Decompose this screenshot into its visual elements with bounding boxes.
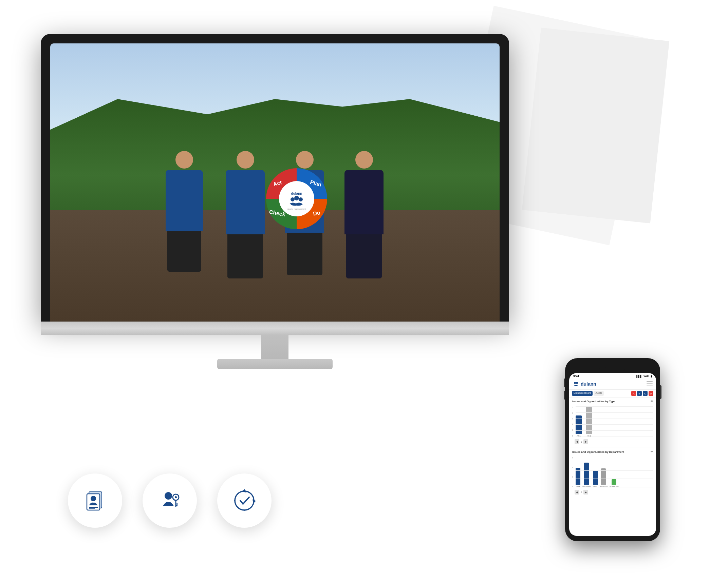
tab-icon-blue2[interactable]: C [643,391,648,396]
iphone-body: 9:41 ▌▌▌ WiFi ▮ [565,358,660,541]
phone-brand-name: dulann [581,381,596,387]
phone-hamburger-menu[interactable] [647,382,653,386]
iphone-device: 9:41 ▌▌▌ WiFi ▮ [565,358,660,541]
icon-circle-records [68,473,122,528]
imac-display: dulann quality management Act Plan Do Ch… [50,43,500,322]
imac-bezel: dulann quality management Act Plan Do Ch… [41,34,509,322]
person-1-torso [166,170,203,231]
dulann-logo-icon [573,381,579,387]
svg-text:quality management: quality management [287,208,306,210]
chart1-bars: 6 5 4 3 2 1 [572,404,653,438]
bar-nc2-rect [586,407,592,434]
chart2-y-axis: 4 3 2 1 [572,457,574,487]
tab-icon-red[interactable]: A [631,391,636,396]
phone-time: 9:41 [573,374,579,378]
feature-icon-circles [68,473,272,528]
person-2-legs [227,234,263,278]
tab-icon-red2[interactable]: D [649,391,653,396]
svg-point-3 [294,196,299,200]
svg-point-7 [576,382,578,384]
person-1 [164,151,205,280]
chart2-pagination: ◀ 1 ▶ [572,489,653,496]
phone-tab-action-icons: A B C D [631,391,653,396]
document-person-icon [81,487,109,514]
imac-monitor: dulann quality management Act Plan Do Ch… [41,34,509,369]
phone-nav-tabs: Main Dashboard Audits A B C D [569,390,656,397]
phone-app-header: dulann [569,379,656,390]
person-1-legs [167,231,201,272]
person-4 [342,151,386,280]
pdca-wheel: dulann quality management Act Plan Do Ch… [263,165,331,233]
iphone-screen: 9:41 ▌▌▌ WiFi ▮ [569,373,656,536]
main-scene: dulann quality management Act Plan Do Ch… [0,0,728,582]
chart1-y-axis: 6 5 4 3 2 1 [572,406,574,437]
bar-nc1: NC1 [576,415,582,437]
person-4-torso [344,170,384,234]
person-2-head [237,151,254,169]
signal-icon: ▌▌▌ [636,375,642,378]
icon-circle-sync [217,473,272,528]
imac-neck [261,335,288,359]
svg-point-6 [574,382,576,384]
person-1-head [175,151,193,169]
chart2-bars: 4 3 2 1 [572,455,653,489]
sync-check-icon [231,487,258,514]
person-4-legs [346,234,382,278]
phone-logo: dulann [573,381,596,387]
person-4-head [355,151,373,169]
imac-chin [41,322,509,335]
dept-bar-marketing: Marketing [582,463,591,487]
dept-bar-production: Production [610,479,618,487]
chart-issues-by-type: Issues and Opportunities by Type ✏ 6 5 4… [569,397,656,447]
tab-main-dashboard[interactable]: Main Dashboard [572,391,593,396]
person-2-torso [226,170,265,234]
icon-circle-access [143,473,197,528]
svg-text:dulann: dulann [291,192,302,195]
battery-icon: ▮ [651,375,652,378]
dept-bar-assembly: Assembly [600,468,608,487]
svg-point-4 [299,197,303,201]
bar-nc1-rect [576,415,582,434]
chart2-edit-btn[interactable]: ✏ [651,450,653,453]
dept-bar-sales: Sales [593,470,598,487]
tab-icon-blue[interactable]: B [637,391,642,396]
chart2-prev-btn[interactable]: ◀ [575,490,579,494]
svg-point-10 [91,496,96,501]
chart2-title: Issues and Opportunities by Department ✏ [572,450,653,453]
imac-base [217,359,333,369]
chart1-edit-btn[interactable]: ✏ [651,400,653,403]
svg-point-18 [175,496,177,498]
iphone-vol-down [564,391,565,400]
bar-nc2: NC 2 [586,407,592,437]
chart1-title: Issues and Opportunities by Type ✏ [572,400,653,403]
phone-status-bar: 9:41 ▌▌▌ WiFi ▮ [569,373,656,379]
wifi-icon: WiFi [643,375,649,378]
person-2 [223,151,267,280]
svg-marker-19 [242,489,247,492]
iphone-notch [599,364,626,371]
svg-point-13 [165,492,172,500]
chart1-pagination: ◀ 1 ▶ [572,438,653,445]
key-person-icon [156,487,183,514]
iphone-power-button [660,385,661,399]
svg-point-2 [291,197,295,201]
chart1-prev-btn[interactable]: ◀ [575,439,579,444]
chart2-next-btn[interactable]: ▶ [583,490,588,494]
iphone-vol-up [564,379,565,387]
chart-issues-by-dept: Issues and Opportunities by Department ✏… [569,447,656,498]
chart1-bars-area: NC1 NC 2 [576,406,653,437]
dept-bar-store: Store [576,468,580,487]
chart1-next-btn[interactable]: ▶ [583,439,588,444]
tab-audits[interactable]: Audits [594,391,603,396]
person-3-legs [287,233,322,275]
paper-decoration-2 [522,28,669,224]
